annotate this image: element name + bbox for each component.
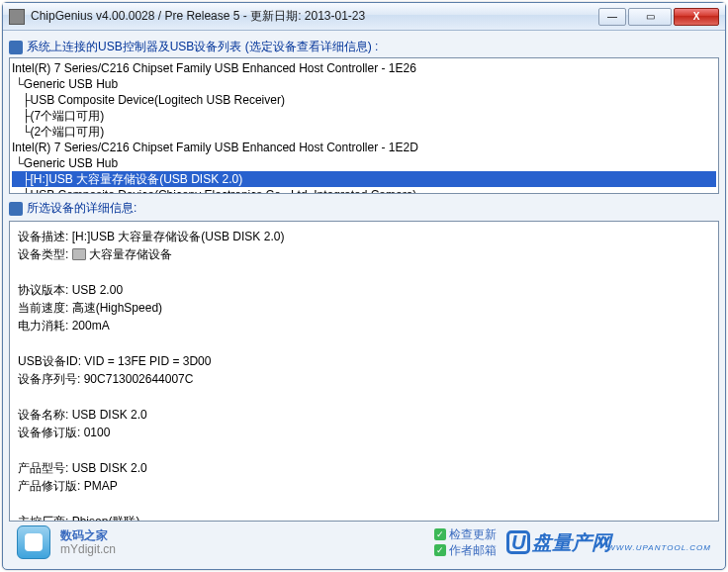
- detail-section-title: 所选设备的详细信息:: [27, 200, 136, 217]
- close-button[interactable]: X: [674, 8, 719, 26]
- upantool-logo[interactable]: U 盘量产网 WWW.UPANTOOL.COM: [506, 529, 711, 556]
- mydigit-link[interactable]: 数码之家 mYdigit.cn: [60, 528, 116, 556]
- u-icon: U: [506, 530, 530, 554]
- client-area: 系统上连接的USB控制器及USB设备列表 (选定设备查看详细信息) : Inte…: [3, 31, 725, 569]
- titlebar[interactable]: ChipGenius v4.00.0028 / Pre Release 5 - …: [3, 3, 725, 31]
- usb-icon: [9, 41, 23, 54]
- footer: 数码之家 mYdigit.cn ✓检查更新 ✓作者邮箱 U 盘量产网 WWW.U…: [9, 522, 719, 563]
- tree-row[interactable]: └(2个端口可用): [12, 124, 716, 140]
- info-icon: [9, 202, 23, 216]
- detail-power: 电力消耗: 200mA: [18, 317, 710, 334]
- detail-type: 设备类型: 大容量存储设备: [18, 245, 710, 263]
- tree-section-header: 系统上连接的USB控制器及USB设备列表 (选定设备查看详细信息) :: [9, 37, 719, 57]
- app-window: ChipGenius v4.00.0028 / Pre Release 5 - …: [2, 2, 726, 570]
- tree-row[interactable]: ├USB Composite Device(Chicony Electronic…: [12, 187, 716, 194]
- detail-product: 产品型号: USB DISK 2.0: [18, 459, 710, 477]
- detail-speed: 当前速度: 高速(HighSpeed): [18, 299, 710, 317]
- tree-row[interactable]: ├(7个端口可用): [12, 108, 716, 124]
- tree-row[interactable]: └Generic USB Hub: [12, 76, 716, 92]
- tree-row[interactable]: Intel(R) 7 Series/C216 Chipset Family US…: [12, 140, 716, 155]
- maximize-button[interactable]: ▭: [628, 8, 672, 26]
- upantool-url: WWW.UPANTOOL.COM: [607, 543, 711, 552]
- app-icon: [9, 9, 25, 25]
- author-email-link[interactable]: ✓作者邮箱: [434, 542, 497, 558]
- detail-usbid: USB设备ID: VID = 13FE PID = 3D00: [18, 352, 710, 370]
- minimize-button[interactable]: —: [598, 8, 626, 26]
- device-tree[interactable]: Intel(R) 7 Series/C216 Chipset Family US…: [9, 57, 719, 194]
- tree-row[interactable]: └Generic USB Hub: [12, 155, 716, 171]
- detail-protocol: 协议版本: USB 2.00: [18, 281, 710, 299]
- check-icon: ✓: [434, 544, 446, 556]
- detail-devrev: 设备修订版: 0100: [18, 424, 710, 441]
- check-icon: ✓: [434, 528, 446, 540]
- disk-icon: [72, 248, 86, 260]
- tree-row[interactable]: Intel(R) 7 Series/C216 Chipset Family US…: [12, 60, 716, 76]
- detail-prodrev: 产品修订版: PMAP: [18, 477, 710, 495]
- detail-section-header: 所选设备的详细信息:: [9, 198, 719, 219]
- mydigit-url: mYdigit.cn: [60, 542, 116, 556]
- tree-row[interactable]: ├USB Composite Device(Logitech USB Recei…: [12, 92, 716, 108]
- detail-devname: 设备名称: USB DISK 2.0: [18, 406, 710, 424]
- tree-section-title: 系统上连接的USB控制器及USB设备列表 (选定设备查看详细信息) :: [27, 39, 378, 55]
- tree-row[interactable]: ├[H:]USB 大容量存储设备(USB DISK 2.0): [12, 171, 716, 187]
- mydigit-logo-icon[interactable]: [17, 525, 50, 559]
- mydigit-name: 数码之家: [60, 528, 116, 542]
- detail-serial: 设备序列号: 90C713002644007C: [18, 370, 710, 388]
- check-update-link[interactable]: ✓检查更新: [434, 526, 497, 542]
- window-title: ChipGenius v4.00.0028 / Pre Release 5 - …: [31, 8, 598, 25]
- upantool-name: 盘量产网: [532, 529, 611, 556]
- detail-description: 设备描述: [H:]USB 大容量存储设备(USB DISK 2.0): [18, 228, 710, 245]
- detail-mcu-vendor: 主控厂商: Phison(群联): [18, 513, 710, 522]
- detail-panel[interactable]: 设备描述: [H:]USB 大容量存储设备(USB DISK 2.0) 设备类型…: [9, 221, 719, 522]
